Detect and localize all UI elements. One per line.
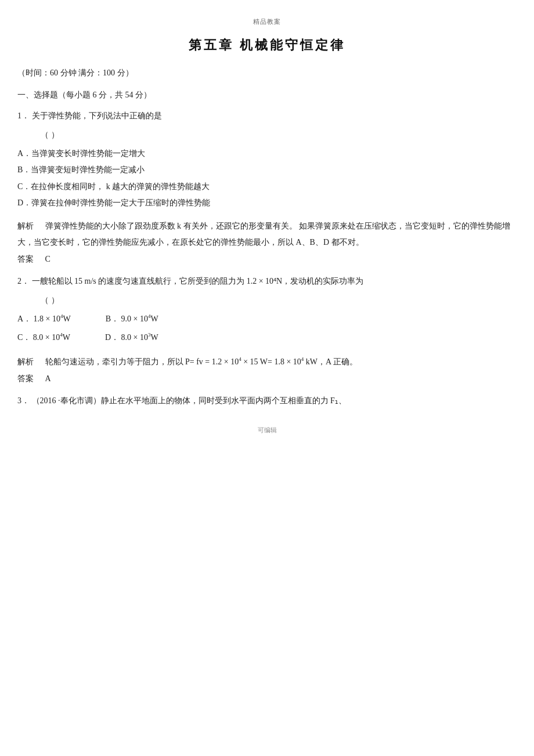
- q1-analysis-block: 解析 弹簧弹性势能的大小除了跟劲度系数 k 有关外，还跟它的形变量有关。 如果弹…: [17, 218, 517, 251]
- q2-options-row1: A． 1.8 × 104W B． 9.0 × 104W: [17, 312, 517, 328]
- q1-option-b: B．当弹簧变短时弹性势能一定减小: [17, 162, 517, 178]
- q2-option-c: C． 8.0 × 104W: [17, 330, 70, 346]
- q1-option-a: A．当弹簧变长时弹性势能一定增大: [17, 146, 517, 162]
- q2-option-b: B． 9.0 × 104W: [106, 312, 158, 327]
- q1-blank: （ ）: [41, 130, 59, 140]
- q2-blank: （ ）: [41, 295, 59, 306]
- question-1: 1． 关于弹性势能，下列说法中正确的是 （ ） A．当弹簧变长时弹性势能一定增大…: [17, 108, 517, 265]
- bottom-label: 可编辑: [17, 426, 517, 435]
- q1-option-c: C．在拉伸长度相同时， k 越大的弹簧的弹性势能越大: [17, 179, 517, 195]
- q2-options-row2: C． 8.0 × 104W D． 8.0 × 103W: [17, 330, 517, 347]
- q2-analysis-text: 解析 轮船匀速运动，牵引力等于阻力，所以 P= fv = 1.2 × 104 ×…: [17, 354, 517, 370]
- chapter-title: 第五章 机械能守恒定律: [17, 37, 517, 54]
- section1-title: 一、选择题（每小题 6 分，共 54 分）: [17, 90, 517, 100]
- q2-answer-line: 答案 A: [17, 374, 517, 384]
- q2-analysis-block: 解析 轮船匀速运动，牵引力等于阻力，所以 P= fv = 1.2 × 104 ×…: [17, 354, 517, 370]
- top-label: 精品教案: [17, 17, 517, 26]
- question-3: 3． （2016 ·奉化市调）静止在水平地面上的物体，同时受到水平面内两个互相垂…: [17, 393, 517, 409]
- q1-option-d: D．弹簧在拉伸时弹性势能一定大于压缩时的弹性势能: [17, 196, 517, 211]
- exam-info: （时间：60 分钟 满分：100 分）: [17, 68, 517, 78]
- q3-text: 3． （2016 ·奉化市调）静止在水平地面上的物体，同时受到水平面内两个互相垂…: [17, 393, 517, 409]
- q2-option-d: D． 8.0 × 103W: [105, 330, 158, 346]
- question-2: 2． 一艘轮船以 15 m/s 的速度匀速直线航行，它所受到的阻力为 1.2 ×…: [17, 274, 517, 384]
- page-container: 精品教案 第五章 机械能守恒定律 （时间：60 分钟 满分：100 分） 一、选…: [17, 0, 517, 458]
- q2-option-a: A． 1.8 × 104W: [17, 312, 71, 327]
- q1-analysis-text: 解析 弹簧弹性势能的大小除了跟劲度系数 k 有关外，还跟它的形变量有关。 如果弹…: [17, 218, 517, 251]
- q1-answer-line: 答案 C: [17, 254, 517, 265]
- q2-text: 2． 一艘轮船以 15 m/s 的速度匀速直线航行，它所受到的阻力为 1.2 ×…: [17, 274, 517, 290]
- q1-text: 1． 关于弹性势能，下列说法中正确的是: [17, 108, 517, 124]
